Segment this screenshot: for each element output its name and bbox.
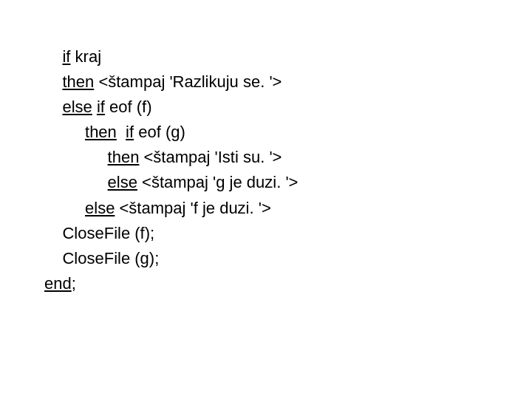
keyword: then	[85, 123, 117, 141]
code-text: <štampaj 'g je duzi. '>	[137, 173, 299, 191]
code-text	[117, 123, 126, 141]
keyword: then	[108, 148, 140, 166]
code-text: <štampaj 'Razlikuju se. '>	[94, 72, 282, 91]
keyword: if	[62, 47, 70, 66]
keyword: if	[126, 123, 134, 141]
code-line: then <štampaj 'Isti su. '>	[44, 145, 298, 170]
code-line: else <štampaj 'f je duzi. '>	[44, 196, 298, 221]
code-line: then if eof (g)	[44, 120, 298, 145]
keyword: then	[62, 72, 94, 91]
code-block: if kraj then <štampaj 'Razlikuju se. '> …	[0, 0, 342, 341]
code-line: CloseFile (g);	[44, 246, 298, 271]
code-text: CloseFile (f);	[62, 224, 154, 242]
code-text: ;	[72, 274, 76, 293]
code-line: else if eof (f)	[44, 95, 298, 120]
code-text: kraj	[70, 47, 101, 66]
code-text: eof (g)	[134, 123, 185, 141]
code-line: then <štampaj 'Razlikuju se. '>	[44, 69, 298, 95]
code-text: <štampaj 'f je duzi. '>	[115, 199, 270, 217]
code-text: <štampaj 'Isti su. '>	[139, 148, 282, 166]
code-line: end;	[44, 271, 298, 296]
code-line: CloseFile (f);	[44, 221, 298, 246]
keyword: end	[44, 274, 72, 293]
keyword: else	[62, 98, 92, 116]
keyword: if	[97, 98, 105, 116]
code-text: eof (f)	[105, 98, 152, 116]
keyword: else	[85, 199, 115, 217]
code-line: else <štampaj 'g je duzi. '>	[44, 170, 298, 195]
code-line: if kraj	[44, 44, 298, 69]
keyword: else	[108, 173, 137, 191]
code-text: CloseFile (g);	[62, 249, 159, 267]
